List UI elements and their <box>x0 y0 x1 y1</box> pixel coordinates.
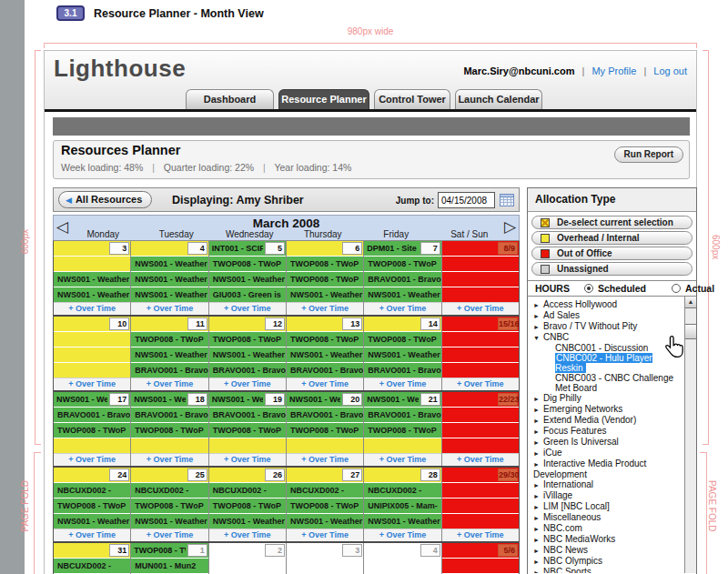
tree-item[interactable]: ►LIM [NBC Local] <box>533 501 678 512</box>
day-allocation-band[interactable]: 15/16 <box>442 317 519 331</box>
day-allocation-band[interactable]: 3 <box>287 543 363 558</box>
day-allocation-band[interactable]: NWS001 - Weather21 <box>364 392 440 407</box>
allocation-entry[interactable]: NBCUXD002 - <box>131 483 207 498</box>
day-allocation-band[interactable]: 5/6 <box>442 543 519 558</box>
logout-link[interactable]: Log out <box>653 65 687 76</box>
tree-item[interactable]: ►iVillage <box>533 490 678 501</box>
tree-expand-icon[interactable]: ► <box>533 491 543 501</box>
allocation-entry[interactable]: TWOP008 - TWoP <box>287 257 363 271</box>
overtime-link[interactable]: + Over Time <box>54 378 130 390</box>
tab-launch-calendar[interactable]: Launch Calendar <box>455 89 542 109</box>
allocation-entry[interactable]: BRAVO001 - Bravo <box>364 363 440 378</box>
tree-item[interactable]: ►Access Hollywood <box>533 299 678 310</box>
radio-selected-icon[interactable] <box>584 284 593 293</box>
allocation-entry[interactable]: BRAVO001 - Bravo <box>287 408 363 422</box>
day-allocation-band[interactable]: NWS001 - Weather17 <box>54 392 130 407</box>
scrollbar-thumb[interactable] <box>685 324 696 339</box>
tree-collapse-icon[interactable]: ▼ <box>533 333 543 343</box>
allocation-entry[interactable]: NWS001 - Weather <box>209 347 286 362</box>
overtime-link[interactable]: + Over Time <box>442 453 519 466</box>
allocation-entry[interactable] <box>209 559 286 573</box>
allocation-entry[interactable]: TWOP008 - TWoP <box>209 332 286 347</box>
allocation-entry[interactable]: NBCUXD002 - <box>54 559 130 573</box>
allocation-entry[interactable]: NWS001 - Weather <box>364 287 440 302</box>
allocation-entry[interactable] <box>54 332 130 347</box>
allocation-entry[interactable]: UNIPIX005 - Mam- <box>364 498 440 513</box>
allocation-entry[interactable]: TWOP008 - TWoP <box>364 257 440 271</box>
day-allocation-band[interactable]: 24 <box>54 468 130 482</box>
overtime-link[interactable]: + Over Time <box>287 302 363 315</box>
day-allocation-band[interactable]: TWOP008 - TWoP1 <box>131 543 207 558</box>
radio-unselected-icon[interactable] <box>672 284 681 293</box>
allocation-entry[interactable]: TWOP008 - TWoP <box>209 498 286 513</box>
allocation-entry[interactable] <box>442 423 519 438</box>
tree-item[interactable]: ►Focus Features <box>533 426 678 437</box>
allocation-entry[interactable] <box>442 483 519 498</box>
tab-control-tower[interactable]: Control Tower <box>374 89 450 109</box>
tree-item[interactable]: ►NBC Olympics <box>533 556 678 567</box>
tree-item[interactable]: ►Emerging Networks <box>533 404 678 415</box>
legend-button-unassigned[interactable]: Unassigned <box>531 262 693 276</box>
overtime-link[interactable]: + Over Time <box>287 453 363 466</box>
tree-expand-icon[interactable]: ► <box>533 568 543 573</box>
tree-item[interactable]: CNBC002 - Hulu Player Reskin <box>533 353 678 373</box>
allocation-entry[interactable] <box>442 332 519 347</box>
day-allocation-band[interactable]: 6 <box>287 241 363 256</box>
allocation-entry[interactable]: TWOP008 - TWoP <box>54 498 130 513</box>
allocation-entry[interactable]: NWS001 - Weather <box>287 347 363 362</box>
overtime-link[interactable]: + Over Time <box>54 302 130 315</box>
allocation-entry[interactable]: BRAVO001 - Bravo <box>287 363 363 378</box>
overtime-link[interactable]: + Over Time <box>364 302 440 315</box>
allocation-entry[interactable] <box>364 559 440 573</box>
overtime-link[interactable]: + Over Time <box>131 453 207 466</box>
day-allocation-band[interactable]: 28 <box>364 468 440 482</box>
allocation-entry[interactable]: TWOP008 - TWoP <box>131 332 207 347</box>
allocation-entry[interactable]: TWOP008 - TWoP <box>364 423 440 438</box>
tree-item[interactable]: ►NBC News <box>533 545 678 556</box>
tree-expand-icon[interactable]: ► <box>533 524 543 534</box>
tree-item[interactable]: ►Extend Media (Vendor) <box>533 415 678 426</box>
allocation-entry[interactable]: TWOP008 - TWoP <box>209 257 286 271</box>
day-allocation-band[interactable]: 4 <box>364 543 440 558</box>
tree-item[interactable]: ►Dig Philly <box>533 393 678 404</box>
day-allocation-band[interactable]: 26 <box>209 468 286 482</box>
allocation-entry[interactable]: NWS001 - Weather <box>287 514 363 529</box>
allocation-entry[interactable]: BRAVO001 - Bravo <box>209 408 286 422</box>
legend-button-overhead[interactable]: Overhead / Internal <box>531 231 693 245</box>
day-allocation-band[interactable]: 12 <box>209 317 286 331</box>
tab-dashboard[interactable]: Dashboard <box>186 89 274 109</box>
tree-expand-icon[interactable]: ► <box>533 394 543 404</box>
allocation-entry[interactable] <box>54 363 130 378</box>
allocation-entry[interactable] <box>442 363 519 378</box>
allocation-entry[interactable]: BRAVO001 - Bravo <box>364 408 440 422</box>
allocation-entry[interactable] <box>364 438 440 453</box>
legend-button-outofoffice[interactable]: Out of Office <box>531 247 693 260</box>
overtime-link[interactable]: + Over Time <box>364 529 440 541</box>
day-allocation-band[interactable]: DPM01 - Site7 <box>364 241 440 256</box>
allocation-entry[interactable]: TWOP008 - TWoP <box>131 498 207 513</box>
overtime-link[interactable]: + Over Time <box>364 378 440 390</box>
allocation-entry[interactable] <box>442 408 519 422</box>
day-allocation-band[interactable]: 25 <box>131 468 207 482</box>
day-allocation-band[interactable]: 29/30 <box>442 468 519 482</box>
allocation-entry[interactable]: TWOP008 - TWoP <box>209 423 286 438</box>
day-allocation-band[interactable]: 4 <box>131 241 207 256</box>
day-allocation-band[interactable]: NWS001 - Weather20 <box>287 392 363 407</box>
day-allocation-band[interactable]: 31 <box>54 543 130 558</box>
day-allocation-band[interactable]: 11 <box>131 317 207 331</box>
allocation-entry[interactable]: TWOP008 - TWoP <box>54 423 130 438</box>
allocation-entry[interactable]: TWOP008 - TWoP <box>287 272 363 287</box>
tree-item[interactable]: ►Green Is Universal <box>533 437 678 448</box>
allocation-entry[interactable]: NWS001 - Weather <box>131 257 207 271</box>
allocation-entry[interactable]: NWS001 - Weather <box>54 272 130 287</box>
allocation-entry[interactable] <box>54 438 130 453</box>
allocation-entry[interactable]: BRAVO001 - Bravo <box>364 272 440 287</box>
tree-expand-icon[interactable]: ► <box>533 300 543 310</box>
hours-option[interactable]: Scheduled <box>584 283 646 294</box>
day-allocation-band[interactable]: 8/9 <box>442 241 519 256</box>
allocation-entry[interactable]: NBCUXD002 - <box>54 483 130 498</box>
allocation-entry[interactable]: NWS001 - Weather <box>131 347 207 362</box>
allocation-entry[interactable]: TWOP008 - TWoP <box>131 423 207 438</box>
allocation-entry[interactable] <box>442 498 519 513</box>
tree-item[interactable]: ►International <box>533 479 678 490</box>
